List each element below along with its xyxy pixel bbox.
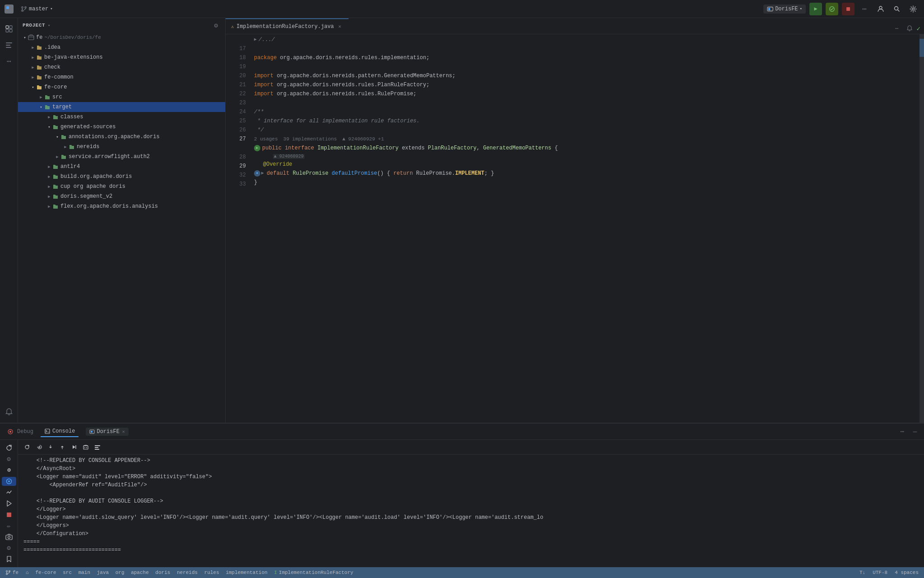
status-encoding[interactable]: UTF-8	[871, 569, 889, 576]
item-label: classes	[60, 114, 83, 120]
debug-config-icon[interactable]: ⚙	[2, 543, 16, 553]
debug-sidebar: ⚙	[0, 440, 18, 567]
debug-btn-clear[interactable]	[80, 442, 91, 452]
status-bar-right: T↓ UTF-8 4 spaces	[858, 569, 920, 576]
debug-play-icon[interactable]	[2, 499, 16, 508]
file-tree: ▾ fe ~/DorisDev/doris/fe ▶ .idea ▶ be-ja…	[18, 33, 225, 423]
tab-close-button[interactable]: ✕	[337, 23, 343, 30]
code-line-17	[250, 44, 919, 53]
code-line-22: import org.apache.doris.nereids.rules.Ru…	[250, 89, 919, 98]
console-tab-label: Console	[52, 428, 75, 434]
svg-rect-0	[6, 6, 9, 9]
activity-structure-icon[interactable]	[2, 38, 16, 52]
panel-actions: ⋯ —	[897, 426, 920, 437]
tree-item-cup[interactable]: ▶ cup org apache doris	[18, 182, 225, 191]
panel-settings-btn[interactable]: ⋯	[897, 426, 908, 437]
title-bar-right: DorisFE ▾ ▶ ⋯	[763, 3, 919, 15]
debug-restart-icon[interactable]	[2, 443, 16, 453]
sidebar-settings-icon[interactable]: ⚙	[212, 21, 221, 30]
code-line-29: ● ▶ default RulePromise defaultPromise()…	[250, 169, 919, 178]
branch-name: master	[29, 6, 48, 12]
svg-rect-3	[9, 9, 12, 12]
debug-btn-step-into[interactable]	[45, 442, 56, 452]
branch-dropdown-icon: ▾	[50, 6, 52, 11]
panel-tab-console[interactable]: Console	[41, 426, 79, 437]
svg-rect-20	[6, 47, 11, 48]
app-icon	[5, 5, 14, 14]
console-line: <Logger name="audit" level="ERROR" addit…	[23, 473, 919, 481]
coverage-button[interactable]	[826, 3, 838, 15]
debug-btn-more[interactable]	[92, 442, 103, 452]
status-spaces[interactable]: 4 spaces	[893, 569, 920, 576]
editor-notifications[interactable]	[904, 23, 915, 34]
debug-stop-icon[interactable]	[2, 510, 16, 519]
debug-btn-restart[interactable]	[22, 442, 32, 452]
tree-item-annotations[interactable]: ▾ annotations.org.apache.doris	[18, 132, 225, 142]
root-path: ~/DorisDev/doris/fe	[44, 35, 101, 40]
debug-btn-step-out[interactable]	[57, 442, 68, 452]
debug-view-icon[interactable]	[2, 466, 16, 475]
item-label: antlr4	[60, 163, 80, 170]
tree-item-nereids[interactable]: ▶ nereids	[18, 142, 225, 152]
debug-active-icon[interactable]	[2, 477, 16, 486]
console-line: </AsyncRoot>	[23, 465, 919, 473]
item-label: build.org.apache.doris	[60, 173, 132, 180]
svg-point-11	[879, 6, 882, 9]
profile-button[interactable]	[874, 3, 887, 15]
tree-item-classes[interactable]: ▶ classes	[18, 112, 225, 122]
code-line-18: package org.apache.doris.nereids.rules.i…	[250, 53, 919, 62]
activity-notifications-icon[interactable]	[2, 405, 16, 419]
run-config-selector[interactable]: DorisFE ▾	[763, 5, 806, 14]
tree-item-build[interactable]: ▶ build.org.apache.doris	[18, 172, 225, 182]
activity-project-icon[interactable]	[2, 22, 16, 36]
tree-item-src[interactable]: ▶ src	[18, 92, 225, 102]
code-content[interactable]: ▶ /.../ package org.apache.doris.nereids…	[250, 34, 919, 423]
debug-camera-icon[interactable]	[2, 532, 16, 541]
sidebar-header: Project ▾ ⚙	[18, 18, 225, 33]
debug-session-selector[interactable]: DorisFE ✕	[86, 428, 128, 436]
status-line-col[interactable]: T↓	[858, 569, 867, 576]
debug-edit-icon[interactable]: ✏	[2, 521, 16, 531]
status-branch[interactable]: fe	[4, 569, 20, 576]
tree-item-antlr4[interactable]: ▶ antlr4	[18, 162, 225, 172]
tree-root[interactable]: ▾ fe ~/DorisDev/doris/fe	[18, 33, 225, 42]
tree-item-fe-common[interactable]: ▶ fe-common	[18, 72, 225, 82]
branch-selector[interactable]: master ▾	[17, 5, 56, 14]
svg-rect-24	[45, 429, 50, 434]
tree-item-generated-sources[interactable]: ▾ generated-sources	[18, 122, 225, 132]
code-editor[interactable]: 17 18 19 20 21 22 23 24 25 26 27 28 29 3…	[226, 34, 924, 423]
tree-item-fe-core[interactable]: ▾ fe-core	[18, 82, 225, 92]
debug-bookmark-icon[interactable]	[2, 554, 16, 564]
stop-button[interactable]	[842, 3, 855, 15]
console-output[interactable]: <!--REPLACED BY CONSOLE APPENDER--> </As…	[18, 455, 924, 567]
tree-item-service[interactable]: ▶ service.arrowflight.auth2	[18, 152, 225, 162]
run-config-dropdown: ▾	[800, 6, 802, 11]
editor-more-actions[interactable]: ⋯	[892, 23, 902, 34]
editor-tab-active[interactable]: ⚠ ImplementationRuleFactory.java ✕	[226, 19, 349, 34]
search-button[interactable]	[891, 3, 903, 15]
debug-settings-icon[interactable]: ⚙	[2, 455, 16, 464]
tree-item-be-java[interactable]: ▶ be-java-extensions	[18, 52, 225, 62]
tree-item-doris-segment[interactable]: ▶ doris.segment_v2	[18, 191, 225, 201]
settings-button[interactable]	[907, 3, 919, 15]
code-line-27: ▶ public interface ImplementationRuleFac…	[250, 144, 919, 153]
tree-item-flex[interactable]: ▶ flex.org.apache.doris.analysis	[18, 201, 225, 211]
debug-btn-step-over[interactable]	[33, 442, 44, 452]
status-breadcrumb[interactable]: ⌂ › fe-core › src › main › java › org › …	[24, 569, 355, 576]
bc-rules: rules	[204, 570, 219, 575]
console-line: <!--REPLACED BY CONSOLE APPENDER-->	[23, 457, 919, 465]
debug-coverage-icon[interactable]	[2, 488, 16, 497]
tree-item-target[interactable]: ▾ target	[18, 102, 225, 112]
more-actions-button[interactable]: ⋯	[858, 3, 871, 15]
svg-rect-8	[768, 8, 770, 10]
run-button[interactable]: ▶	[809, 3, 822, 15]
main-content: ⋯ Project ▾ ⚙ ▾ fe ~/Dori	[0, 18, 924, 423]
panel-minimize-btn[interactable]: —	[910, 426, 920, 437]
activity-more-icon[interactable]: ⋯	[2, 54, 16, 69]
svg-rect-16	[6, 29, 9, 32]
session-close[interactable]: ✕	[122, 429, 125, 434]
tree-item-idea[interactable]: ▶ .idea	[18, 42, 225, 52]
svg-rect-1	[9, 6, 12, 9]
tree-item-check[interactable]: ▶ check	[18, 62, 225, 72]
debug-btn-run-to-cursor[interactable]	[69, 442, 79, 452]
